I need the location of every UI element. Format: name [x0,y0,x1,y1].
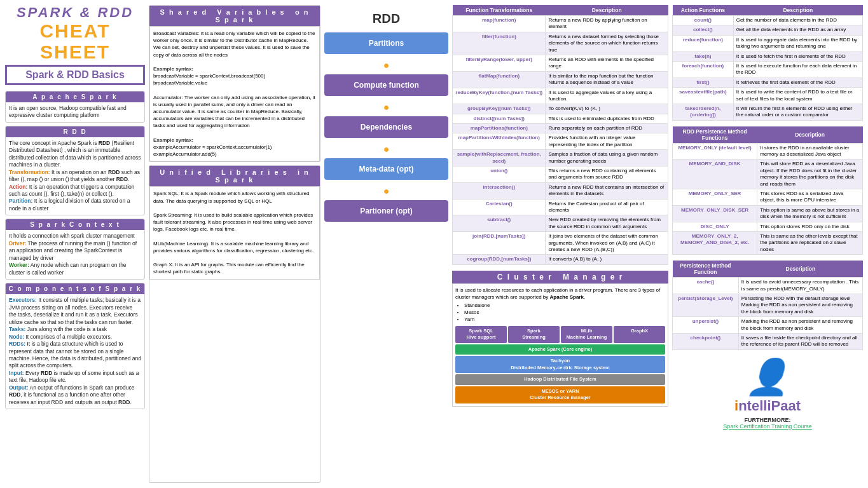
persistence-table-row: MEMORY_ONLY_2, MEMORY_AND_DISK_2, etc. T… [673,231,863,254]
spark-sql-label: Spark SQL: [153,191,179,196]
func-table-row: Cartesian() Returns the Cartesian produc… [453,199,668,215]
func-name-cell: map(function) [453,16,546,32]
rdd-transformation-label: Transformation: [9,169,50,175]
graphx-label: Graph X: [153,262,174,268]
shared-vars-header: S h a r e d V a r i a b l e s o nS p a r… [149,6,320,26]
rdd-connector-2: ● [324,102,448,112]
logo-rest: ntelliPaat [738,398,801,414]
func-table-row: filterByRange(lower, upper) Returns an R… [453,55,668,71]
func-name-cell: intersection() [453,182,546,199]
func-table-row: flatMap(function) It is similar to the m… [453,71,668,88]
func-name-cell: flatMap(function) [453,71,546,88]
node-text: It comprises of a multiple executors. [24,334,112,340]
func-table-row: mapPartitions(function) Runs separately … [453,124,668,133]
cluster-box-sparksql: Spark SQLHive support [455,326,507,343]
tasks-text: Jars along with the code is a task [25,326,107,332]
spark-context-header: S p a r k C o n t e x t [6,219,144,230]
func-name-cell: join(RDD,[numTasks]) [453,232,546,255]
action-table-header-desc: Description [733,5,862,16]
rdds-label: RDDs: [9,341,25,347]
action-name-cell: reduce(function) [673,35,734,51]
func-desc-cell: It is similar to the map function but th… [546,71,668,88]
cluster-bullet-yarn: Yarn [464,316,665,323]
action-functions-table: Action Functions Description count() Get… [672,5,863,121]
persist-method-name-cell: persist(Storage_Level) [673,294,739,316]
furthermore-label: FURTHERMORE: [745,417,791,423]
persist-desc-cell: This stores RDD as a serialized Java obj… [757,189,863,206]
spark-cert-link[interactable]: Spark Certification Training Course [723,423,812,430]
rdd-connector-1: ● [324,60,448,71]
driver-label: Driver: [9,240,26,247]
rdd-connector-3: ● [324,144,448,154]
rdd-diagram-title: RDD [324,11,448,26]
action-name-cell: takeordered(n, (ordering]) [673,104,734,120]
persistence-header-func: RDD Persistence Method Functions [673,126,757,144]
func-desc-cell: To convert(K,V) to (K, ) [546,104,668,114]
persist-method-table-row: persist(Storage_Level) Persisting the RD… [673,294,863,316]
intellipaat-area: 👤 intelliPaat FURTHERMORE: Spark Certifi… [672,353,863,433]
rdd-box-partitions: Partitions [324,32,448,54]
func-name-cell: cogroup(RDD,[numTasks]) [453,255,546,264]
unified-libs-body: Spark SQL: It is a Spark module which al… [149,186,320,279]
example-syntax-1: Example syntax: [153,66,193,72]
rdd-persistence-table: RDD Persistence Method Functions Descrip… [672,126,863,255]
persist-method-desc-cell: It saves a file inside the checkpoint di… [738,333,862,349]
persistence-header-desc: Description [757,126,863,144]
logo-icon-i: 👤 [746,357,790,396]
intellipaat-logo-text: intelliPaat [734,398,801,414]
func-table-row: sample(withReplacement, fraction, seed) … [453,150,668,166]
input-text: Every RDD is made up of some input such … [9,370,139,383]
rdd-box-dependencies: Dependencies [324,116,448,138]
func-name-cell: sample(withReplacement, fraction, seed) [453,150,546,166]
column-3-rdd-diagram: RDD Partitions ● Compute function ● Depe… [324,5,448,483]
action-desc-cell: It is used to aggregate data elements in… [733,35,862,51]
persist-desc-cell: This option is same as above but stores … [757,205,863,222]
accumulator-code-1: exampleAccumulator = sparkContext.accumu… [153,144,272,150]
action-desc-cell: It will return the first n elements of R… [733,104,862,120]
persist-name-cell: DISC_ONLY [673,222,757,231]
action-table-row: takeordered(n, (ordering]) It will retur… [673,104,863,120]
cluster-bullet-standalone: Standalone [464,302,665,309]
action-desc-cell: It retrieves the first data element of t… [733,78,862,87]
action-desc-cell: It is used to fetch the first n elements… [733,51,862,61]
apache-spark-body: It is an open source, Hadoop compatible … [6,102,144,122]
action-desc-cell: Get all the data elements in the RDD as … [733,25,862,35]
rdd-box-compute: Compute function [324,74,448,96]
components-body: Executors: It consists of multiple tasks… [6,294,144,409]
func-table-row: groupByKey([num Tasks]) To convert(K,V) … [453,104,668,114]
persist-desc-cell: This will store RDD as a deserialized Ja… [757,159,863,189]
rdd-header: R D D [6,126,144,137]
cluster-body-text: It is used to allocate resources to each… [455,287,660,300]
func-name-cell: distinct([num Tasks]) [453,114,546,123]
rdd-partition-label: Partition: [9,198,32,204]
action-table-row: saveastextfile(path) It is used to write… [673,88,863,104]
func-desc-cell: Returns a new RDD that contains an inter… [546,182,668,199]
func-table-header-func: Function Transformations [453,5,546,16]
main-title: SPARK & RDD CHEAT SHEET Spark & RDD Basi… [5,5,145,88]
rdd-box-partitioner: Partioner (opt) [324,200,448,222]
persist-method-header-func: Persistence Method Function [673,261,739,278]
rdd-action-label: Action: [9,184,27,190]
rdd-body: The core concept in Apache Spark is RDD … [6,137,144,215]
basics-box: Spark & RDD Basics [5,65,145,85]
components-header: C o m p o n e n t s o f S p a r k [6,283,144,294]
func-desc-cell: It converts (A,B) to (A, ) [546,255,668,264]
rdd-connector-4: ● [324,186,448,196]
output-label: Output: [9,384,29,391]
broadcast-label: Broadcast variables: [153,30,199,36]
persist-method-desc-cell: Persisting the RDD with the default stor… [738,294,862,316]
persist-name-cell: MEMORY_ONLY_DISK_SER [673,205,757,222]
spark-context-section: S p a r k C o n t e x t It holds a conne… [5,219,145,280]
cluster-box-apache-spark: Apache Spark (Core engine) [455,344,665,355]
func-desc-cell: It joins two elements of the dataset wit… [546,232,668,255]
shared-vars-section: S h a r e d V a r i a b l e s o nS p a r… [149,5,320,162]
func-table-row: mapPartitionsWithIndex(function) Provide… [453,133,668,150]
func-desc-cell: New RDD created by removing the elements… [546,215,668,232]
rdd-body-text: The core concept in Apache Spark is RDD … [9,140,141,168]
persist-name-cell: MEMORY_ONLY (default level) [673,143,757,159]
action-name-cell: saveastextfile(path) [673,88,734,104]
func-name-cell: filterByRange(lower, upper) [453,55,546,71]
func-desc-cell: Returns a new RDD by applying function o… [546,16,668,32]
node-label: Node: [9,334,24,340]
action-name-cell: collect() [673,25,734,35]
